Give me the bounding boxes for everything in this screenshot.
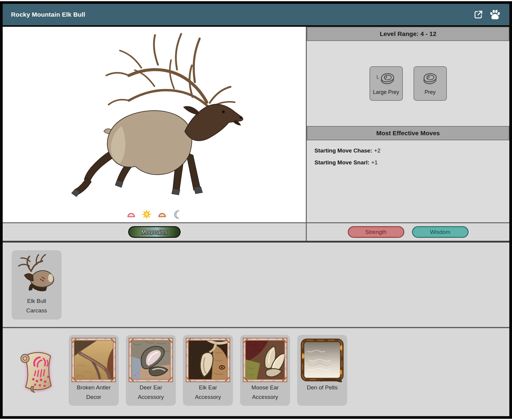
item-label: Den of Pelts <box>297 383 347 392</box>
broken-antler-decor-image <box>71 338 116 382</box>
title-bar: Rocky Mountain Elk Bull <box>3 4 509 27</box>
biome-weakness-bar: Mountains Strength Wisdom <box>3 222 509 243</box>
paw-icon[interactable] <box>489 9 501 21</box>
stats-panel: Level Range: 4 - 12 L Large Prey <box>306 27 509 222</box>
elk-antlers <box>106 34 235 107</box>
weakness-wisdom-button[interactable]: Wisdom <box>412 226 469 238</box>
biome-cell: Mountains <box>3 223 306 241</box>
moon-icon <box>173 210 182 219</box>
weakness-cell: Strength Wisdom <box>306 223 509 241</box>
item-label: Deer Ear Accessory <box>126 383 176 402</box>
recipe-scroll-icon[interactable] <box>16 348 58 394</box>
npc-info-window: Rocky Mountain Elk Bull <box>0 1 512 419</box>
moves-list: Starting Move Chase:+2 Starting Move Sna… <box>307 140 509 222</box>
item-label: Broken Antler Decor <box>69 383 119 402</box>
move-bonus: +1 <box>371 159 378 166</box>
move-bonus: +2 <box>374 147 381 154</box>
external-link-icon[interactable] <box>472 9 484 21</box>
move-row: Starting Move Chase:+2 <box>314 147 502 154</box>
move-name: Starting Move Chase: <box>314 147 372 154</box>
deer-ear-accessory-image <box>129 338 173 382</box>
prey-size-label: Prey <box>425 89 436 95</box>
level-range-header: Level Range: 4 - 12 <box>307 27 509 41</box>
den-of-pelts-image <box>300 338 345 382</box>
main-row: Level Range: 4 - 12 L Large Prey <box>3 27 509 222</box>
steak-icon <box>422 72 438 87</box>
item-label: Elk Ear Accessory <box>183 383 233 402</box>
recipe-card-row: Broken Antler Decor <box>69 335 347 406</box>
prey-size-label: Large Prey <box>373 89 399 95</box>
elk-eye <box>222 111 225 113</box>
sunset-icon <box>157 210 167 219</box>
sunrise-icon <box>126 210 136 219</box>
move-row: Starting Move Snarl:+1 <box>314 159 502 166</box>
prey-size-button[interactable]: Prey <box>414 66 447 101</box>
prey-size-large-button[interactable]: L Large Prey <box>369 66 403 101</box>
moves-header: Most Effective Moves <box>307 126 509 140</box>
recipe-card-broken-antler-decor[interactable]: Broken Antler Decor <box>69 335 119 406</box>
move-name: Starting Move Snarl: <box>314 159 369 166</box>
drops-section: Elk Bull Carcass <box>3 243 509 328</box>
recipe-card-den-of-pelts[interactable]: Den of Pelts <box>297 335 347 406</box>
steak-icon <box>379 72 396 87</box>
elk-ear-accessory-image <box>186 338 230 382</box>
recipe-card-elk-ear-accessory[interactable]: Elk Ear Accessory <box>183 335 233 406</box>
recipe-card-moose-ear-accessory[interactable]: Moose Ear Accessory <box>240 335 290 406</box>
time-of-day <box>3 210 306 219</box>
moose-ear-accessory-image <box>243 338 287 382</box>
creature-panel <box>3 27 306 222</box>
biome-button-mountains[interactable]: Mountains <box>128 226 181 238</box>
recipes-section: Broken Antler Decor <box>3 328 509 416</box>
carcass-image <box>14 253 59 296</box>
elk-nose <box>239 116 242 119</box>
elk-hooves <box>71 180 203 197</box>
elk-ear <box>184 106 198 115</box>
weakness-strength-button[interactable]: Strength <box>348 226 404 238</box>
recipe-card-deer-ear-accessory[interactable]: Deer Ear Accessory <box>126 335 176 406</box>
sun-icon <box>142 210 151 219</box>
elk-illustration <box>58 27 248 200</box>
item-label: Moose Ear Accessory <box>240 383 290 402</box>
item-label: Elk Bull Carcass <box>12 296 62 315</box>
page-title: Rocky Mountain Elk Bull <box>11 11 85 18</box>
drop-card-elk-bull-carcass[interactable]: Elk Bull Carcass <box>12 250 62 320</box>
prey-size-area: L Large Prey <box>307 41 509 126</box>
